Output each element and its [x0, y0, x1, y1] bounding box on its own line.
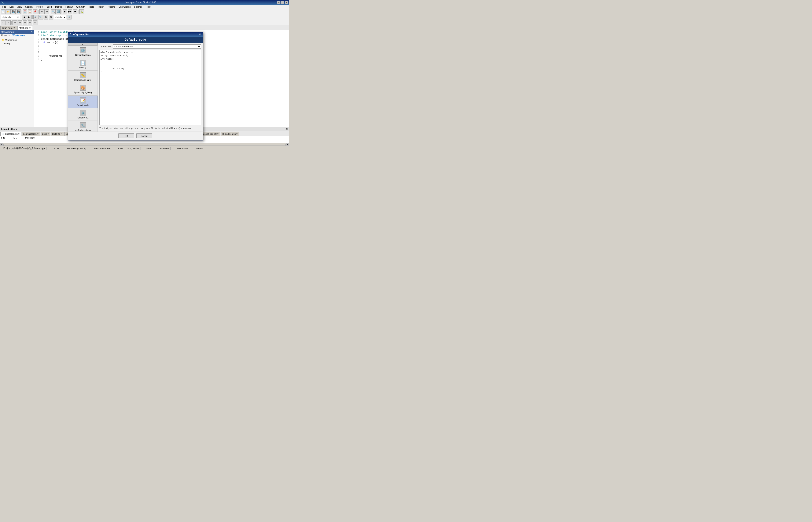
sidebar-item-icon: ⚙️	[80, 110, 86, 116]
dialog-title-bar: Configure editor ✕	[68, 32, 203, 37]
dialog-sidebar-margins-and-caret[interactable]: 📏Margins and caret	[68, 71, 98, 83]
sidebar-item-icon: 📄	[80, 60, 86, 66]
sidebar-item-icon: 📝	[80, 98, 86, 103]
sidebar-item-label: General settings	[75, 54, 90, 56]
sidebar-scroll-up[interactable]	[68, 43, 98, 46]
ok-button[interactable]: OK	[119, 134, 134, 138]
sidebar-item-label: Margins and caret	[74, 79, 91, 81]
dialog-content: Type of file: C/C++ Source File C/C++ He…	[98, 43, 203, 132]
scroll-up-icon	[82, 43, 84, 45]
dialog-sidebar-fortranproj...[interactable]: ⚙️FortranProj...	[68, 108, 98, 121]
code-textarea-wrapper	[99, 50, 201, 125]
sidebar-item-label: FortranProj...	[77, 117, 89, 119]
sidebar-item-icon: 🎨	[80, 85, 86, 91]
file-type-row: Type of file: C/C++ Source File C/C++ He…	[99, 44, 201, 49]
cancel-button[interactable]: Cancel	[137, 134, 152, 138]
modal-overlay: Configure editor ✕ Default code ⚙️Genera…	[0, 0, 289, 162]
configure-editor-dialog: Configure editor ✕ Default code ⚙️Genera…	[68, 32, 203, 140]
dialog-close-btn[interactable]: ✕	[199, 33, 201, 36]
dialog-footer: OK Cancel	[68, 132, 203, 140]
dialog-sidebar-default-code[interactable]: 📝Default code	[68, 96, 98, 108]
dialog-sidebar-syntax-highlighting[interactable]: 🎨Syntax highlighting	[68, 83, 98, 96]
dialog-sidebar-general-settings[interactable]: ⚙️General settings	[68, 46, 98, 58]
dialog-header-text: Default code	[125, 38, 146, 41]
dialog-hint: The text you enter here, will appear on …	[99, 126, 201, 130]
dialog-sidebar-folding[interactable]: 📄Folding	[68, 58, 98, 71]
file-type-label: Type of file:	[99, 45, 111, 48]
sidebar-item-label: Folding	[79, 66, 86, 69]
sidebar-item-label: Default code	[77, 104, 89, 106]
dialog-sidebar-wxsmith-settings[interactable]: 🔧wxSmith settings	[68, 121, 98, 132]
code-textarea[interactable]	[100, 50, 201, 125]
dialog-sidebar: ⚙️General settings📄Folding📏Margins and c…	[68, 43, 98, 132]
dialog-title: Configure editor	[70, 33, 89, 36]
dialog-sidebar-items: ⚙️General settings📄Folding📏Margins and c…	[68, 46, 98, 132]
sidebar-item-icon: 📏	[80, 72, 86, 78]
sidebar-item-icon: ⚙️	[80, 47, 86, 53]
file-type-select[interactable]: C/C++ Source File C/C++ Header FileFortr…	[113, 44, 201, 49]
dialog-header: Default code	[68, 37, 203, 43]
dialog-body: ⚙️General settings📄Folding📏Margins and c…	[68, 43, 203, 132]
sidebar-item-icon: 🔧	[80, 122, 86, 128]
sidebar-item-label: Syntax highlighting	[74, 92, 92, 94]
sidebar-item-label: wxSmith settings	[75, 129, 91, 131]
